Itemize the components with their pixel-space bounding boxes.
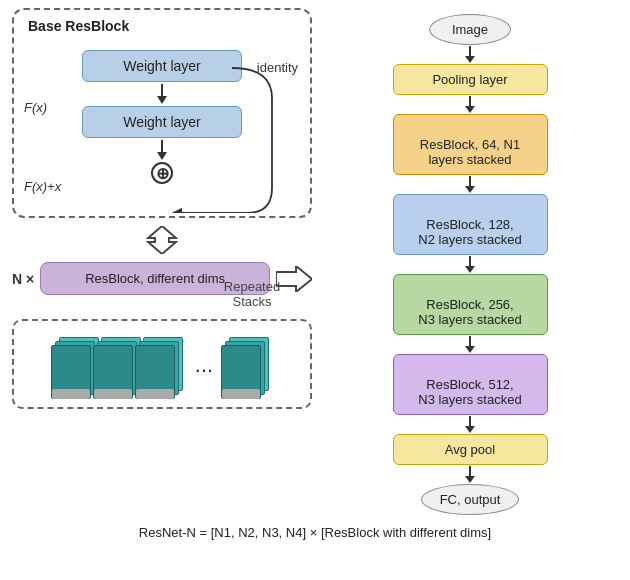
resblock-256-node: ResBlock, 256, N3 layers stacked — [393, 274, 548, 335]
arrow-r5 — [465, 336, 475, 353]
svg-marker-0 — [148, 226, 176, 254]
double-arrow-svg — [146, 226, 178, 254]
n-times-label: N × — [12, 271, 34, 287]
weight-layer-2: Weight layer — [82, 106, 242, 138]
arrow-r1 — [465, 46, 475, 63]
stack-4 — [221, 331, 273, 399]
identity-label: identity — [257, 60, 298, 75]
arrow-1 — [157, 84, 167, 104]
left-diagram: Base ResBlock Weight layer Weight layer — [12, 8, 312, 409]
arrow-r6 — [465, 416, 475, 433]
image-node: Image — [429, 14, 511, 45]
right-diagram: Image Pooling layer ResBlock, 64, N1 lay… — [322, 8, 618, 515]
arrow-r4 — [465, 256, 475, 273]
fc-output-node: FC, output — [421, 484, 520, 515]
bottom-label: ResNet-N = [N1, N2, N3, N4] × [ResBlock … — [12, 525, 618, 540]
base-resblock-label: Base ResBlock — [28, 18, 129, 34]
double-arrow-down — [146, 226, 178, 254]
arrow-r3 — [465, 176, 475, 193]
arrow-r2 — [465, 96, 475, 113]
dots-label: ... — [195, 352, 213, 378]
stack-3 — [135, 331, 187, 399]
resblock-512-node: ResBlock, 512, N3 layers stacked — [393, 354, 548, 415]
repeated-stacks-label: Repeated Stacks — [192, 279, 312, 309]
resblock-64-node: ResBlock, 64, N1 layers stacked — [393, 114, 548, 175]
resblock-128-node: ResBlock, 128, N2 layers stacked — [393, 194, 548, 255]
pooling-layer-node: Pooling layer — [393, 64, 548, 95]
stacks-area: ... — [12, 319, 312, 409]
fx-label: F(x) — [24, 100, 47, 115]
weight-layer-1: Weight layer — [82, 50, 242, 82]
avg-pool-node: Avg pool — [393, 434, 548, 465]
arrow-2 — [157, 140, 167, 160]
fx-plus-x-label: F(x)+x — [24, 179, 61, 194]
base-resblock-box: Base ResBlock Weight layer Weight layer — [12, 8, 312, 218]
arrow-r7 — [465, 466, 475, 483]
plus-circle: ⊕ — [151, 162, 173, 184]
